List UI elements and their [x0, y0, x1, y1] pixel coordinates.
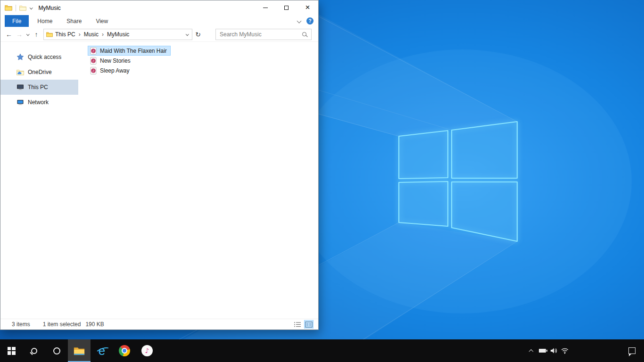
status-selection: 1 item selected	[43, 321, 81, 328]
close-button[interactable]: ×	[297, 0, 318, 15]
taskbar-search-button[interactable]	[23, 339, 45, 362]
close-icon: ×	[305, 3, 310, 11]
breadcrumb-chevron-icon[interactable]: ›	[101, 31, 105, 38]
tab-file[interactable]: File	[5, 15, 29, 27]
windows-logo	[399, 122, 517, 241]
cortana-icon	[53, 347, 60, 354]
file-explorer-task-button[interactable]	[68, 339, 91, 362]
maximize-button[interactable]	[276, 0, 297, 15]
thumbnail-view-button[interactable]	[304, 320, 314, 329]
search-icon[interactable]	[302, 32, 306, 36]
details-view-icon	[294, 321, 301, 328]
desktop: MyMusic × File Home Share View	[0, 0, 644, 362]
nav-item-label: Network	[28, 99, 49, 106]
this-pc-icon	[17, 83, 24, 91]
itunes-task-button[interactable]: ♪	[136, 339, 158, 362]
qat-folder-icon[interactable]	[19, 5, 26, 11]
breadcrumb-mymusic[interactable]: MyMusic	[105, 31, 132, 38]
taskbar: e ♪	[0, 339, 644, 362]
maximize-icon	[284, 6, 289, 10]
tab-view[interactable]: View	[90, 15, 114, 27]
cortana-button[interactable]	[45, 339, 68, 362]
recent-locations-chevron-icon[interactable]	[26, 33, 29, 35]
window-title: MyMusic	[39, 5, 61, 11]
internet-explorer-task-button[interactable]: e	[91, 339, 113, 362]
refresh-button[interactable]: ↻	[192, 31, 204, 38]
nav-item-onedrive[interactable]: OneDrive	[0, 65, 78, 80]
file-item[interactable]: ♪ Maid With The Flaxen Hair	[88, 46, 171, 56]
volume-tray-button[interactable]	[548, 339, 559, 362]
media-file-icon: ♪	[90, 57, 97, 65]
details-view-button[interactable]	[293, 320, 302, 329]
file-item[interactable]: ♪ New Stories	[88, 56, 134, 66]
thumbnail-view-icon	[305, 321, 313, 328]
file-item[interactable]: ♪ Sleep Away	[88, 66, 133, 75]
action-center-icon	[628, 347, 636, 354]
back-button[interactable]: ←	[4, 29, 14, 40]
nav-item-label: OneDrive	[28, 69, 52, 75]
minimize-button[interactable]	[255, 0, 276, 15]
nav-item-quick-access[interactable]: Quick access	[0, 49, 78, 65]
chrome-task-button[interactable]	[113, 339, 136, 362]
search-icon	[31, 348, 37, 354]
breadcrumb-music[interactable]: Music	[82, 31, 101, 38]
itunes-icon: ♪	[141, 345, 153, 356]
navigation-pane: Quick access OneDrive	[0, 42, 78, 319]
chevron-up-icon	[528, 349, 533, 354]
status-size: 190 KB	[85, 321, 104, 328]
explorer-main: Quick access OneDrive	[0, 42, 318, 319]
file-name: Sleep Away	[100, 67, 130, 74]
search-input[interactable]	[216, 31, 302, 38]
window-folder-icon[interactable]	[5, 5, 12, 11]
windows-logo-icon	[8, 347, 16, 355]
address-bar[interactable]: This PC › Music › MyMusic	[43, 29, 192, 40]
qat-customize-chevron-icon[interactable]	[30, 6, 33, 9]
note-glyph: ♪	[92, 49, 94, 53]
nav-item-network[interactable]: Network	[0, 95, 78, 110]
ribbon-tab-bar: File Home Share View ?	[0, 15, 318, 27]
nav-item-label: This PC	[28, 84, 48, 90]
help-button[interactable]: ?	[306, 17, 314, 25]
internet-explorer-icon: e	[99, 345, 105, 357]
search-box	[215, 29, 312, 40]
ribbon-expand-chevron-icon[interactable]	[297, 19, 302, 24]
action-center-button[interactable]	[622, 339, 641, 362]
help-icon: ?	[308, 18, 311, 24]
star-icon	[17, 53, 24, 61]
tab-share[interactable]: Share	[61, 15, 87, 27]
navigation-toolbar: ← → ↑ This PC › Music › MyMusic ↻	[0, 27, 318, 42]
address-history-chevron-icon[interactable]	[186, 33, 189, 35]
file-name: Maid With The Flaxen Hair	[100, 48, 167, 54]
address-folder-icon	[46, 32, 53, 37]
note-glyph: ♪	[92, 59, 94, 63]
minimize-icon	[263, 8, 268, 8]
quick-access-toolbar	[5, 5, 33, 11]
tab-home[interactable]: Home	[32, 15, 58, 27]
media-file-icon: ♪	[90, 47, 97, 55]
media-file-icon: ♪	[90, 67, 97, 74]
caption-buttons: ×	[255, 0, 318, 15]
note-glyph: ♪	[92, 69, 94, 73]
start-button[interactable]	[0, 339, 23, 362]
network-tray-button[interactable]	[559, 339, 570, 362]
titlebar-divider	[16, 5, 16, 11]
chrome-icon	[119, 345, 130, 356]
battery-tray-button[interactable]	[537, 339, 548, 362]
music-note-icon: ♪	[145, 347, 149, 354]
hidden-icons-button[interactable]	[525, 339, 537, 362]
breadcrumb-this-pc[interactable]: This PC	[53, 31, 78, 38]
onedrive-folder-icon	[17, 69, 24, 75]
title-bar[interactable]: MyMusic ×	[0, 0, 318, 15]
status-item-count: 3 items	[12, 321, 30, 328]
breadcrumb-chevron-icon[interactable]: ›	[78, 31, 82, 38]
file-explorer-icon	[74, 346, 85, 355]
volume-icon	[550, 347, 557, 354]
battery-icon	[539, 349, 546, 353]
file-name: New Stories	[100, 58, 131, 64]
forward-button[interactable]: →	[14, 29, 25, 40]
nav-item-this-pc[interactable]: This PC	[0, 80, 78, 95]
wifi-icon	[561, 347, 569, 354]
network-icon	[17, 99, 24, 106]
file-list: ♪ Maid With The Flaxen Hair ♪ New Storie…	[78, 42, 318, 319]
up-button[interactable]: ↑	[31, 29, 41, 40]
